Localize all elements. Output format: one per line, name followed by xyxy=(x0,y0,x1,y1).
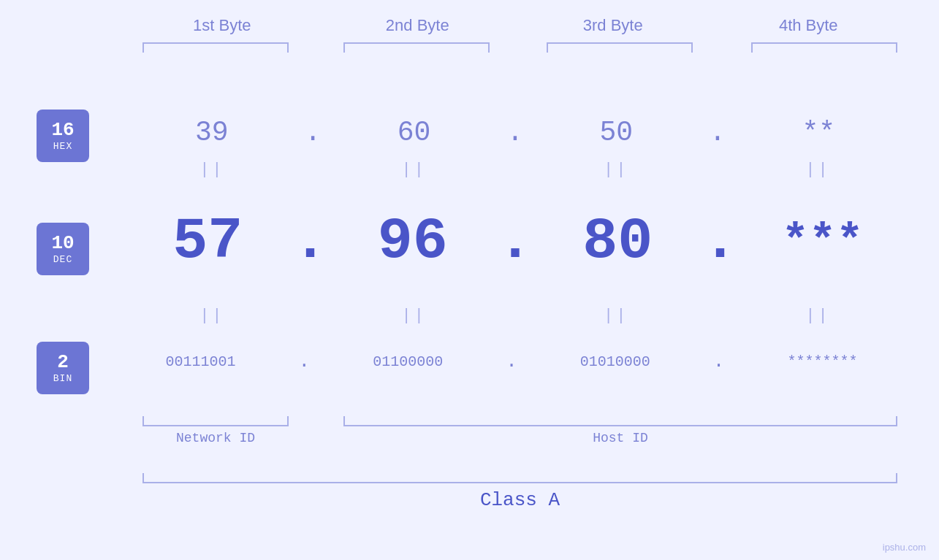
dec-val-1: 57 xyxy=(126,208,290,275)
hex-badge-name: HEX xyxy=(53,141,72,152)
dec-badge: 10 DEC xyxy=(37,223,89,275)
bin-val-2: 01100000 xyxy=(331,353,484,370)
hex-val-2: 60 xyxy=(332,117,496,148)
equals-row-2: || || || || xyxy=(124,307,906,325)
eq-1: || xyxy=(130,161,294,179)
hex-badge-num: 16 xyxy=(51,120,74,141)
dec-dot-1: . xyxy=(293,208,328,275)
hex-dot-1: . xyxy=(305,117,322,148)
top-bracket-2 xyxy=(343,42,490,53)
eq-2: || xyxy=(332,161,496,179)
top-bracket-3 xyxy=(547,42,693,53)
dec-val-2: 96 xyxy=(330,208,495,275)
dec-dot-2: . xyxy=(498,208,533,275)
bin-dot-2: . xyxy=(506,350,517,372)
network-id-label: Network ID xyxy=(142,431,289,445)
hex-dot-2: . xyxy=(507,117,524,148)
dec-value-row: 57 . 96 . 80 . *** xyxy=(124,208,906,275)
class-label: Class A xyxy=(142,489,897,511)
byte-header-3: 3rd Byte xyxy=(531,16,695,35)
eq-4: || xyxy=(736,161,900,179)
bin-val-1: 00111001 xyxy=(124,353,278,370)
class-bracket xyxy=(142,473,897,483)
eq-3: || xyxy=(534,161,699,179)
byte-headers-row: 1st Byte 2nd Byte 3rd Byte 4th Byte xyxy=(124,16,906,35)
bin-dot-3: . xyxy=(713,350,725,372)
host-bracket xyxy=(343,416,897,426)
byte-header-1: 1st Byte xyxy=(140,16,304,35)
hex-val-4: ** xyxy=(737,117,901,148)
byte-header-2: 2nd Byte xyxy=(335,16,500,35)
eq2-4: || xyxy=(736,307,900,325)
eq2-2: || xyxy=(332,307,496,325)
bin-badge-name: BIN xyxy=(53,373,72,384)
eq2-3: || xyxy=(534,307,699,325)
hex-badge: 16 HEX xyxy=(37,110,89,162)
bin-dot-1: . xyxy=(299,350,311,372)
hex-value-row: 39 . 60 . 50 . ** xyxy=(124,117,906,148)
dec-val-4: *** xyxy=(740,215,905,267)
byte-header-4: 4th Byte xyxy=(726,16,891,35)
bin-val-4: ******** xyxy=(745,353,899,370)
equals-row-1: || || || || xyxy=(124,161,906,179)
bin-badge: 2 BIN xyxy=(37,342,89,394)
bin-value-row: 00111001 . 01100000 . 01010000 . *******… xyxy=(113,350,910,372)
hex-dot-3: . xyxy=(709,117,726,148)
hex-val-3: 50 xyxy=(534,117,699,148)
host-id-label: Host ID xyxy=(343,431,897,445)
bin-badge-num: 2 xyxy=(57,352,69,373)
hex-val-1: 39 xyxy=(129,117,294,148)
page-container: 1st Byte 2nd Byte 3rd Byte 4th Byte 16 H… xyxy=(0,0,939,560)
dec-val-3: 80 xyxy=(536,208,700,275)
network-bracket xyxy=(142,416,289,426)
eq2-1: || xyxy=(130,307,294,325)
dec-dot-3: . xyxy=(702,208,737,275)
bin-val-3: 01010000 xyxy=(539,353,692,370)
dec-badge-name: DEC xyxy=(53,254,72,265)
watermark: ipshu.com xyxy=(883,542,926,553)
dec-badge-num: 10 xyxy=(51,233,74,254)
top-bracket-4 xyxy=(751,42,897,53)
top-bracket-1 xyxy=(142,42,289,53)
